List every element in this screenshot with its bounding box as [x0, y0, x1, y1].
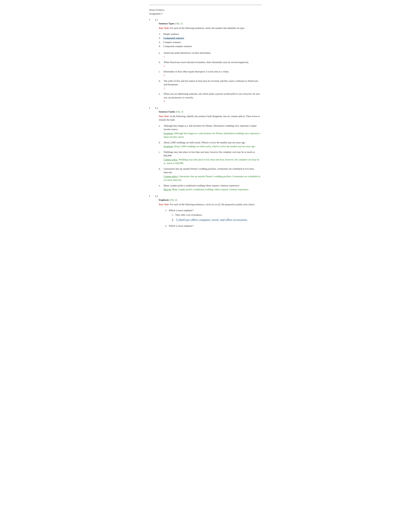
page-container: Jessica Fonseca Assignment 5 • 5.1 Sente…: [140, 0, 271, 241]
student-info: Jessica Fonseca Assignment 5: [149, 8, 262, 16]
question-text: Which is more emphatic?: [169, 225, 194, 227]
correction-text: Fragment. About 2,000 weddings are held …: [164, 145, 262, 148]
choice-num: 1.: [172, 214, 175, 216]
sentence-text: When Americans travel abroad on business…: [164, 61, 249, 64]
type-text: Complex sentence: [163, 40, 181, 44]
list-item: 1. Simple sentence: [159, 32, 262, 36]
item-content: When you are addressing someone, ask whi…: [164, 92, 262, 103]
list-item: e. Many couples prefer a traditional wed…: [159, 184, 262, 191]
section-5-3: • 5.3 Emphasis (Obj. 4) Your Task. For e…: [149, 195, 262, 228]
type-text: Simple sentence: [163, 32, 179, 36]
your-task-label: Your Task.: [159, 115, 169, 117]
num-label: 4.: [159, 45, 163, 48]
your-task-label: Your Task.: [159, 203, 169, 206]
section-5-3-task: Your Task. For each of the following sen…: [159, 203, 262, 206]
section-5-2-heading: Sentence Faults (Obj. 3): [159, 110, 262, 113]
fault-type: Comma splice.: [164, 158, 178, 161]
your-task-text: For each of the following sentences, sel…: [170, 27, 245, 29]
sentence-types-list: 1. Simple sentence 2. Compound sentence …: [159, 32, 262, 48]
compound-sentence-link[interactable]: Compound sentence: [163, 36, 184, 40]
letter-label: a.: [159, 124, 164, 139]
sentence-text: The order of first and last names in Asi…: [164, 80, 258, 86]
item-content: When Americans travel abroad on business…: [164, 60, 262, 68]
answer-number: 4: [164, 99, 262, 103]
list-item: 4. Compound-complex sentence: [159, 45, 262, 48]
your-task-text: In the following, identify the sentence …: [159, 115, 260, 121]
item-content: Many couples prefer a traditional weddin…: [164, 184, 262, 191]
section-5-3-obj: (Obj. 4): [169, 199, 177, 201]
list-item: d. Limousines line up outside Disney's w…: [159, 167, 262, 182]
list-item: c. Weddings may take place in less than …: [159, 150, 262, 165]
your-task-text: For each of the following sentences, cir…: [170, 203, 255, 206]
section-5-1: • 5.1 Sentence Types (Obj. 3) Your Task.…: [149, 19, 262, 103]
correction-sentence: Although they began as a side business f…: [164, 132, 260, 138]
correction-sentence: Limousines line up outside Disney's wedd…: [164, 175, 260, 181]
item-content: The order of first and last names in Asi…: [164, 79, 262, 90]
emphasis-outer-list: 1. Which is more emphatic? 1. They offer…: [165, 209, 262, 228]
num-label: 3.: [159, 40, 163, 44]
letter-label: d.: [159, 79, 164, 90]
section-5-3-content: Emphasis (Obj. 4) Your Task. For each of…: [159, 199, 262, 228]
section-5-2-task: Your Task. In the following, identify th…: [159, 114, 262, 122]
sentence-text: Americans pride themselves on their info…: [164, 52, 211, 54]
fault-type: Fragment.: [164, 132, 173, 135]
letter-label: e.: [159, 184, 164, 191]
question-text: Which is more emphatic?: [169, 209, 194, 212]
list-item: a. Although they began as a side busines…: [159, 124, 262, 139]
sentence-text: Weddings may take place in less than one…: [164, 151, 255, 157]
section-5-2-number: 5.2: [155, 107, 158, 109]
highlighted-choice: CyberGuys offers computer, travel, and o…: [176, 218, 248, 221]
list-item: b. About 2,000 weddings are held yearly.…: [159, 141, 262, 148]
num-label: 1.: [159, 32, 163, 36]
your-task-label: Your Task.: [159, 27, 169, 29]
sentence-types-answers: a. Americans pride themselves on their i…: [159, 51, 262, 103]
fault-type: Comma splice.: [164, 175, 178, 178]
list-item: 2. CyberGuys offers computer, travel, an…: [172, 218, 262, 222]
bullet-dot: •: [149, 195, 150, 198]
letter-label: c.: [159, 150, 164, 165]
section-5-3-heading: Emphasis (Obj. 4): [159, 199, 262, 201]
item-content: Weddings may take place in less than one…: [164, 150, 262, 165]
sentence-text: Many couples prefer a traditional weddin…: [164, 184, 240, 187]
section-5-3-number: 5.3: [155, 195, 158, 198]
letter-label: e.: [159, 92, 164, 103]
list-item: 3. Complex sentence: [159, 40, 262, 44]
bullet-item-5-2: • 5.2: [149, 107, 262, 110]
item-content: Limousines line up outside Disney's wedd…: [164, 167, 262, 182]
letter-label: a.: [159, 51, 164, 58]
bullet-dot: •: [149, 106, 150, 110]
section-5-1-heading: Sentence Types (Obj. 3): [159, 22, 262, 25]
question-num: 2.: [165, 225, 168, 227]
letter-label: b.: [159, 60, 164, 68]
question-num: 1.: [165, 209, 168, 212]
list-item: b. When Americans travel abroad on busin…: [159, 60, 262, 68]
item-content: About 2,000 weddings are held yearly. Wh…: [164, 141, 262, 148]
answer-number: 2: [164, 74, 262, 77]
sentence-text: When you are addressing someone, ask whi…: [164, 93, 260, 99]
choice-num: 2.: [172, 218, 176, 221]
answer-number: 1: [164, 55, 262, 58]
list-item: 2. Which is more emphatic?: [165, 224, 262, 228]
letter-label: d.: [159, 167, 164, 182]
sentence-text: About 2,000 weddings are held yearly. Wh…: [164, 141, 246, 144]
top-divider: [149, 5, 262, 5]
correction-sentence: Weddings may take place in less than one…: [164, 158, 259, 165]
section-5-2-content: Sentence Faults (Obj. 3) Your Task. In t…: [159, 110, 262, 191]
list-item: 1. They offer a lot of products.: [172, 213, 262, 217]
correction-text: Run-on. Many couples prefer a traditiona…: [164, 188, 262, 191]
sentence-text: Informality in Asia often equals disresp…: [164, 70, 229, 73]
list-item: d. The order of first and last names in …: [159, 79, 262, 90]
letter-label: c.: [159, 70, 164, 77]
num-label: 2.: [159, 36, 163, 40]
section-5-1-obj: (Obj. 3): [175, 22, 183, 25]
correction-text: Comma splice. Weddings may take place in…: [164, 158, 262, 165]
answer-number: 2: [164, 86, 262, 90]
item-content: Although they began as a side business f…: [164, 124, 262, 139]
choice-text: They offer a lot of products.: [175, 214, 202, 216]
section-5-2-obj: (Obj. 3): [176, 110, 183, 113]
sentence-text: Limousines line up outside Disney's wedd…: [164, 168, 254, 174]
sentence-text: Although they began as a side business f…: [164, 124, 257, 131]
section-5-1-task: Your Task. For each of the following sen…: [159, 26, 262, 30]
letter-label: b.: [159, 141, 164, 148]
correction-text: Fragment. Although they began as a side …: [164, 132, 262, 139]
